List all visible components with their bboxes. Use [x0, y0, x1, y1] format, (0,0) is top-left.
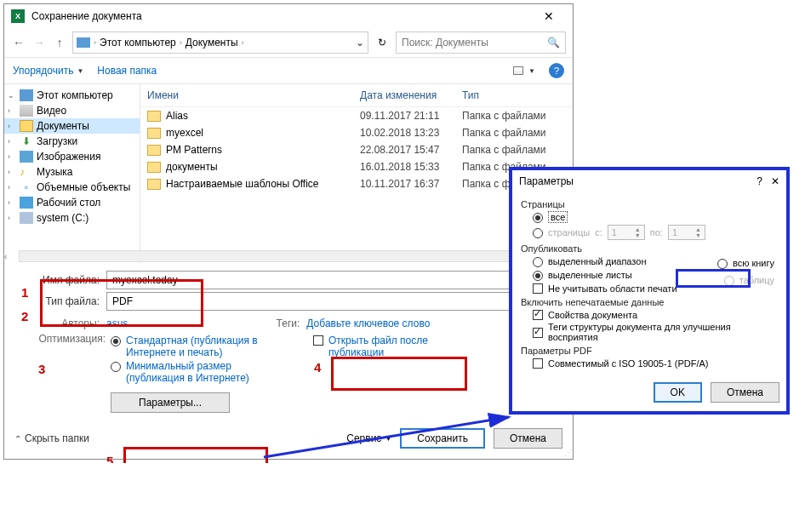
callout-4: 4 — [314, 360, 321, 375]
close-button[interactable]: ✕ — [771, 175, 779, 187]
chevron-down-icon: ▼ — [77, 67, 83, 75]
opt-standard-radio[interactable]: Стандартная (публикация в Интернете и пе… — [111, 335, 279, 358]
tree-pictures[interactable]: ›Изображения — [4, 149, 140, 164]
forward-button[interactable]: → — [31, 36, 47, 49]
view-menu[interactable]: ▼ — [513, 66, 535, 75]
pages-range-radio[interactable]: страницы с: 1▲▼ по: 1▲▼ — [533, 225, 778, 240]
crumb-root[interactable]: Этот компьютер — [100, 37, 176, 49]
tree-documents[interactable]: ›Документы — [4, 118, 140, 134]
save-button[interactable]: Сохранить — [400, 428, 485, 449]
doc-struct-checkbox[interactable]: Теги структуры документа для улучшения в… — [533, 322, 778, 342]
callout-5: 5 — [106, 454, 113, 463]
help-button[interactable]: ? — [549, 63, 564, 78]
optimize-label: Оптимизация: — [38, 333, 111, 413]
cancel-button[interactable]: Отмена — [494, 428, 562, 449]
search-input[interactable]: Поиск: Документы 🔍 — [396, 31, 566, 54]
callout-3: 3 — [38, 362, 45, 376]
col-name[interactable]: Имени — [147, 89, 360, 101]
options-button[interactable]: Параметры... — [111, 392, 230, 413]
tree-3d-objects[interactable]: ›▫Объемные объекты — [4, 180, 140, 195]
excel-icon: X — [11, 9, 25, 23]
col-type[interactable]: Тип — [462, 89, 566, 101]
back-button[interactable]: ← — [11, 36, 26, 49]
checkbox-icon — [533, 310, 543, 320]
titlebar: X Сохранение документа ✕ — [4, 4, 573, 28]
tree-this-pc[interactable]: ⌄Этот компьютер — [4, 88, 140, 103]
radio-icon — [111, 336, 121, 346]
folder-icon — [147, 179, 161, 190]
service-menu[interactable]: Сервис▼ — [346, 432, 391, 444]
folder-icon — [147, 145, 161, 156]
path-dropdown-icon[interactable]: ⌄ — [356, 37, 364, 49]
checkbox-icon — [313, 335, 323, 346]
file-row[interactable]: Настраиваемые шаблоны Office10.11.2017 1… — [140, 175, 573, 192]
radio-icon — [111, 362, 121, 372]
pc-icon — [77, 37, 90, 48]
page-from-spinner[interactable]: 1▲▼ — [608, 225, 645, 240]
folder-icon — [147, 128, 161, 139]
new-folder-button[interactable]: Новая папка — [97, 65, 157, 77]
folder-icon — [147, 162, 161, 173]
callout-1: 1 — [21, 285, 28, 300]
crumb-folder[interactable]: Документы — [186, 37, 238, 49]
checkbox-icon — [533, 358, 543, 369]
tree-music[interactable]: ›♪Музыка — [4, 164, 140, 180]
chevron-icon: › — [180, 38, 182, 47]
close-button[interactable]: ✕ — [532, 9, 566, 23]
section-pages: Страницы — [521, 199, 778, 209]
resize-grip-icon[interactable]: ⋰ — [564, 448, 571, 457]
chevron-icon: › — [94, 38, 96, 47]
filename-label: Имя файла: — [38, 274, 106, 286]
options-titlebar: Параметры ? ✕ — [512, 170, 786, 192]
tree-video[interactable]: ›Видео — [4, 103, 140, 118]
dialog-footer: ⌃ Скрыть папки Сервис▼ Сохранить Отмена … — [4, 421, 573, 459]
open-after-checkbox[interactable]: Открыть файл после публикации — [313, 335, 482, 358]
organize-menu[interactable]: Упорядочить ▼ — [13, 65, 83, 77]
cancel-button[interactable]: Отмена — [711, 382, 779, 403]
file-row[interactable]: PM Patterns22.08.2017 15:47Папка с файла… — [140, 141, 573, 158]
opt-minimal-radio[interactable]: Минимальный размер (публикация в Интерне… — [111, 360, 279, 384]
search-icon: 🔍 — [547, 37, 560, 49]
file-list: Имени Дата изменения Тип Alias09.11.2017… — [140, 84, 573, 263]
folder-icon — [147, 111, 161, 122]
file-row[interactable]: Alias09.11.2017 21:11Папка с файлами — [140, 107, 573, 124]
file-row[interactable]: документы16.01.2018 15:33Папка с файлами — [140, 158, 573, 175]
tree-desktop[interactable]: ›Рабочий стол — [4, 195, 140, 210]
doc-props-checkbox[interactable]: Свойства документа — [533, 309, 778, 320]
tags-value[interactable]: Добавьте ключевое слово — [306, 317, 430, 329]
form-area: Имя файла: myexcel.today⌄ Тип файла: PDF… — [4, 263, 573, 421]
tree-downloads[interactable]: ›⬇Загрузки — [4, 134, 140, 149]
pub-book-radio[interactable]: всю книгу — [717, 257, 774, 269]
radio-icon — [533, 228, 543, 238]
file-row[interactable]: myexcel10.02.2018 13:23Папка с файлами — [140, 124, 573, 141]
column-headers[interactable]: Имени Дата изменения Тип — [140, 84, 573, 107]
nav-tree: ⌄Этот компьютер ›Видео ›Документы ›⬇Загр… — [4, 84, 140, 263]
options-dialog: Параметры ? ✕ Страницы все страницы с: 1… — [509, 167, 790, 415]
refresh-button[interactable]: ↻ — [374, 37, 391, 49]
chevron-up-icon: ⌃ — [14, 434, 21, 443]
ok-button[interactable]: OK — [654, 382, 702, 403]
tags-label: Теги: — [272, 317, 306, 329]
authors-label: Авторы: — [38, 317, 106, 329]
checkbox-icon — [533, 283, 543, 294]
authors-value[interactable]: asus — [106, 317, 128, 329]
chevron-icon: › — [242, 38, 244, 47]
page-to-spinner[interactable]: 1▲▼ — [668, 225, 705, 240]
navbar: ← → ↑ › Этот компьютер › Документы › ⌄ ↻… — [4, 28, 573, 58]
help-button[interactable]: ? — [756, 175, 762, 187]
up-button[interactable]: ↑ — [52, 36, 67, 49]
hide-folders-toggle[interactable]: ⌃ Скрыть папки — [14, 432, 89, 444]
col-date[interactable]: Дата изменения — [360, 89, 462, 101]
radio-icon — [533, 257, 543, 267]
radio-icon — [717, 259, 728, 269]
h-scrollbar[interactable]: ‹› — [4, 249, 573, 263]
filename-input[interactable]: myexcel.today⌄ — [106, 271, 523, 289]
pages-all-radio[interactable]: все — [533, 211, 778, 223]
search-placeholder: Поиск: Документы — [402, 37, 488, 49]
filetype-select[interactable]: PDF⌄ — [106, 292, 523, 311]
iso-checkbox[interactable]: Совместимый с ISO 19005-1 (PDF/A) — [533, 358, 778, 369]
filetype-label: Тип файла: — [38, 295, 106, 307]
breadcrumb[interactable]: › Этот компьютер › Документы › ⌄ — [72, 31, 368, 54]
tree-drive-c[interactable]: ›system (C:) — [4, 210, 140, 226]
section-pdf: Параметры PDF — [521, 346, 778, 356]
